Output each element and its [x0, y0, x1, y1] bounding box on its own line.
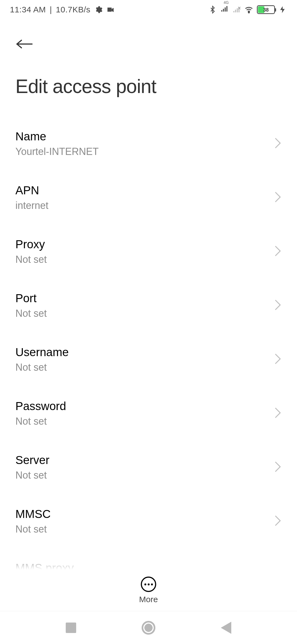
row-proxy[interactable]: ProxyNot set — [15, 225, 282, 279]
chevron-right-icon — [274, 137, 282, 150]
row-port[interactable]: PortNot set — [15, 279, 282, 332]
row-value: Yourtel-INTERNET — [15, 146, 99, 157]
wifi-icon — [245, 6, 253, 14]
settings-list: NameYourtel-INTERNETAPNinternetProxyNot … — [0, 103, 297, 602]
chevron-right-icon — [274, 515, 282, 528]
status-net-speed: 10.7KB/s — [56, 5, 90, 14]
row-label: Password — [15, 400, 66, 413]
status-separator: | — [50, 5, 52, 14]
row-password[interactable]: PasswordNot set — [15, 386, 282, 440]
header: Edit access point — [0, 19, 297, 103]
row-value: Not set — [15, 254, 47, 265]
row-value: Not set — [15, 416, 66, 427]
status-time: 11:34 AM — [10, 5, 46, 14]
page-title: Edit access point — [15, 75, 282, 97]
charging-icon — [279, 6, 287, 14]
row-value: Not set — [15, 523, 51, 535]
signal-sim1-icon: 4G — [221, 5, 229, 15]
nav-home-button[interactable] — [142, 621, 155, 635]
more-action[interactable]: More — [0, 570, 297, 611]
chevron-right-icon — [274, 461, 282, 474]
row-value: internet — [15, 200, 48, 211]
row-username[interactable]: UsernameNot set — [15, 332, 282, 386]
row-label: Server — [15, 454, 50, 467]
row-value: Not set — [15, 362, 69, 373]
row-label: Name — [15, 130, 99, 143]
row-mmsc[interactable]: MMSCNot set — [15, 494, 282, 548]
back-button[interactable] — [15, 33, 37, 55]
battery-icon: 38 — [257, 5, 275, 14]
chevron-right-icon — [274, 245, 282, 258]
camera-icon — [106, 6, 115, 14]
row-value: Not set — [15, 308, 47, 319]
chevron-right-icon — [274, 299, 282, 312]
chevron-right-icon — [274, 191, 282, 204]
nav-back-button[interactable] — [221, 622, 231, 634]
more-label: More — [139, 595, 158, 604]
chevron-right-icon — [274, 407, 282, 420]
chevron-right-icon — [274, 353, 282, 366]
row-label: APN — [15, 184, 48, 197]
bluetooth-icon — [208, 6, 217, 14]
row-value: Not set — [15, 470, 50, 481]
row-server[interactable]: ServerNot set — [15, 440, 282, 494]
gear-icon — [94, 6, 103, 14]
signal-sim2-icon — [233, 6, 241, 14]
row-label: Proxy — [15, 238, 47, 251]
nav-recent-button[interactable] — [66, 623, 76, 633]
more-icon — [141, 577, 156, 592]
row-name[interactable]: NameYourtel-INTERNET — [15, 117, 282, 171]
row-label: Username — [15, 346, 69, 359]
android-nav-bar — [0, 611, 297, 644]
row-label: MMSC — [15, 507, 51, 521]
row-apn[interactable]: APNinternet — [15, 171, 282, 225]
row-label: Port — [15, 292, 47, 305]
svg-point-1 — [248, 12, 249, 13]
status-bar: 11:34 AM | 10.7KB/s 4G 38 — [0, 0, 297, 19]
